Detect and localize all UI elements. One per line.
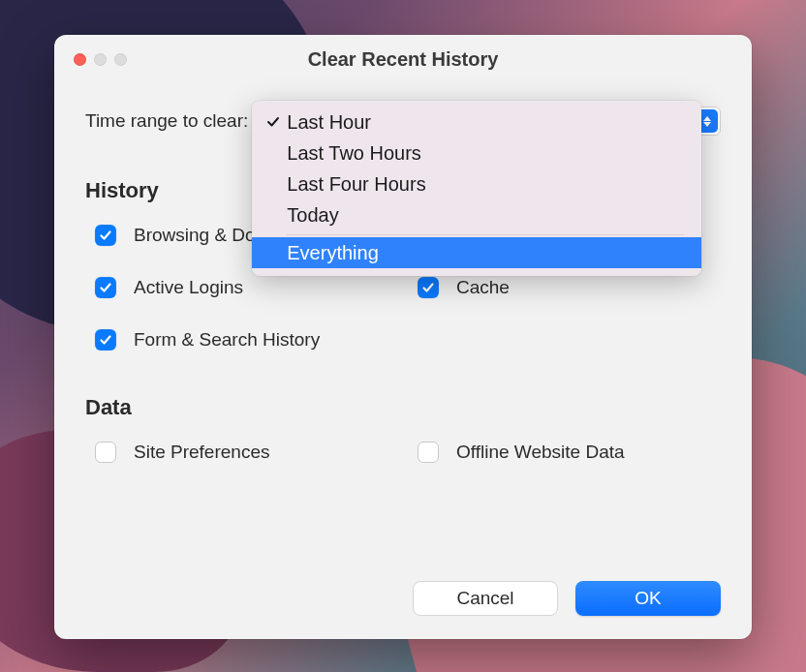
- cancel-button[interactable]: Cancel: [413, 581, 558, 616]
- label-active-logins: Active Logins: [134, 277, 243, 298]
- label-cache: Cache: [456, 277, 510, 298]
- dropdown-label: Last Hour: [287, 111, 371, 134]
- dropdown-label: Last Two Hours: [287, 142, 421, 165]
- dropdown-label: Last Four Hours: [287, 173, 425, 196]
- checkbox-active-logins[interactable]: [95, 277, 116, 298]
- checkbox-offline-website-data[interactable]: [418, 442, 439, 463]
- dropdown-option-last-two-hours[interactable]: Last Two Hours: [252, 137, 701, 168]
- dropdown-option-last-hour[interactable]: Last Hour: [252, 107, 701, 137]
- time-range-label: Time range to clear:: [85, 110, 248, 132]
- checkmark-icon: [264, 115, 283, 129]
- checkbox-form-search-history[interactable]: [95, 329, 116, 351]
- titlebar: Clear Recent History: [54, 35, 752, 83]
- dropdown-separator: [287, 234, 684, 235]
- label-site-preferences: Site Preferences: [134, 442, 269, 463]
- data-section-title: Data: [85, 395, 721, 420]
- dropdown-option-last-four-hours[interactable]: Last Four Hours: [252, 168, 701, 199]
- time-range-dropdown: Last Hour Last Two Hours Last Four Hours…: [252, 101, 701, 276]
- label-form-search-history: Form & Search History: [134, 329, 320, 351]
- dropdown-option-today[interactable]: Today: [252, 199, 701, 230]
- label-offline-website-data: Offline Website Data: [456, 442, 625, 463]
- clear-history-dialog: Clear Recent History Time range to clear…: [54, 35, 752, 639]
- checkbox-site-preferences[interactable]: [95, 442, 116, 463]
- dropdown-option-everything[interactable]: Everything: [252, 237, 701, 268]
- ok-button[interactable]: OK: [575, 581, 721, 616]
- dropdown-label: Everything: [287, 242, 379, 264]
- checkbox-cache[interactable]: [418, 277, 439, 298]
- checkbox-browsing-history[interactable]: [95, 225, 116, 246]
- dropdown-label: Today: [287, 204, 338, 227]
- window-title: Clear Recent History: [54, 48, 752, 71]
